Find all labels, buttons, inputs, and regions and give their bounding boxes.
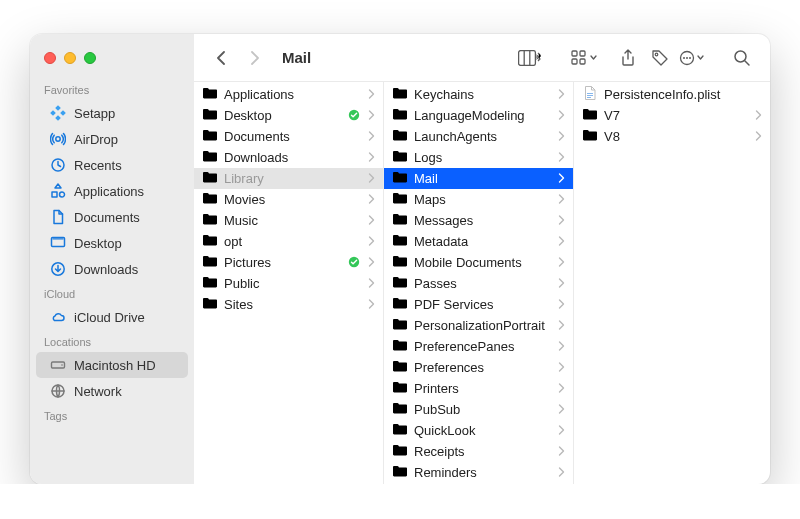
action-menu-button[interactable] [678, 44, 706, 72]
minimize-window-button[interactable] [64, 52, 76, 64]
tags-button[interactable] [646, 44, 674, 72]
folder-row[interactable]: Reminders [384, 462, 573, 483]
folder-row[interactable]: Maps [384, 189, 573, 210]
view-columns-button[interactable] [516, 44, 544, 72]
chevron-right-icon [558, 130, 565, 144]
folder-icon [202, 212, 218, 229]
sidebar-item-macintosh-hd[interactable]: Macintosh HD [36, 352, 188, 378]
folder-row[interactable]: Downloads [194, 147, 383, 168]
folder-row[interactable]: Keychains [384, 84, 573, 105]
svg-line-25 [745, 61, 749, 65]
folder-icon [392, 296, 408, 313]
svg-point-23 [689, 57, 691, 59]
folder-row[interactable]: QuickLook [384, 420, 573, 441]
folder-row[interactable]: Messages [384, 210, 573, 231]
forward-button[interactable] [240, 44, 268, 72]
sidebar-item-airdrop[interactable]: AirDrop [36, 126, 188, 152]
folder-row[interactable]: Metadata [384, 231, 573, 252]
folder-row[interactable]: Pictures [194, 252, 383, 273]
folder-row[interactable]: Sites [194, 294, 383, 315]
folder-row[interactable]: opt [194, 231, 383, 252]
chevron-right-icon [558, 466, 565, 480]
folder-row[interactable]: Desktop [194, 105, 383, 126]
item-label: Pictures [224, 255, 342, 270]
hdd-icon [50, 357, 66, 373]
sidebar-item-setapp[interactable]: Setapp [36, 100, 188, 126]
folder-row[interactable]: Music [194, 210, 383, 231]
folder-row[interactable]: PDF Services [384, 294, 573, 315]
column-0[interactable]: ApplicationsDesktopDocumentsDownloadsLib… [194, 82, 384, 484]
folder-row[interactable]: Printers [384, 378, 573, 399]
item-label: Movies [224, 192, 362, 207]
folder-row[interactable]: PreferencePanes [384, 336, 573, 357]
chevron-right-icon [368, 256, 375, 270]
sidebar-group-label: Favorites [30, 78, 194, 100]
chevron-right-icon [755, 109, 762, 123]
chevron-right-icon [558, 361, 565, 375]
item-label: Downloads [224, 150, 362, 165]
sidebar-item-label: Recents [74, 158, 122, 173]
clock-icon [50, 157, 66, 173]
folder-row[interactable]: Logs [384, 147, 573, 168]
window-controls [30, 42, 194, 78]
folder-row[interactable]: Applications [194, 84, 383, 105]
folder-icon [392, 401, 408, 418]
item-label: opt [224, 234, 362, 249]
folder-row[interactable]: Preferences [384, 357, 573, 378]
close-window-button[interactable] [44, 52, 56, 64]
chevron-right-icon [558, 235, 565, 249]
group-by-button[interactable] [570, 44, 598, 72]
chevron-right-icon [558, 109, 565, 123]
item-label: PDF Services [414, 297, 552, 312]
sidebar-item-documents[interactable]: Documents [36, 204, 188, 230]
folder-icon [392, 170, 408, 187]
sync-badge-icon [348, 109, 360, 123]
folder-row[interactable]: LanguageModeling [384, 105, 573, 126]
column-2[interactable]: PersistenceInfo.plistV7V8 [574, 82, 770, 484]
item-label: Desktop [224, 108, 342, 123]
search-button[interactable] [728, 44, 756, 72]
item-label: PreferencePanes [414, 339, 552, 354]
folder-row[interactable]: Mobile Documents [384, 252, 573, 273]
folder-icon [202, 86, 218, 103]
folder-icon [202, 275, 218, 292]
folder-row[interactable]: PersonalizationPortrait [384, 315, 573, 336]
sidebar-item-label: Macintosh HD [74, 358, 156, 373]
sidebar-item-network[interactable]: Network [36, 378, 188, 404]
folder-row[interactable]: Passes [384, 273, 573, 294]
sidebar-item-desktop[interactable]: Desktop [36, 230, 188, 256]
back-button[interactable] [208, 44, 236, 72]
folder-row[interactable]: Mail [384, 168, 573, 189]
sidebar-item-applications[interactable]: Applications [36, 178, 188, 204]
folder-icon [392, 380, 408, 397]
sidebar-item-label: Desktop [74, 236, 122, 251]
folder-icon [582, 128, 598, 145]
folder-icon [202, 170, 218, 187]
file-icon [582, 85, 598, 104]
column-1[interactable]: KeychainsLanguageModelingLaunchAgentsLog… [384, 82, 574, 484]
file-row[interactable]: PersistenceInfo.plist [574, 84, 770, 105]
folder-icon [392, 86, 408, 103]
chevron-right-icon [558, 88, 565, 102]
sidebar-item-label: Applications [74, 184, 144, 199]
maximize-window-button[interactable] [84, 52, 96, 64]
folder-row[interactable]: V7 [574, 105, 770, 126]
folder-row[interactable]: Receipts [384, 441, 573, 462]
sidebar-item-recents[interactable]: Recents [36, 152, 188, 178]
folder-row[interactable]: Movies [194, 189, 383, 210]
folder-row[interactable]: Public [194, 273, 383, 294]
chevron-right-icon [558, 382, 565, 396]
item-label: Metadata [414, 234, 552, 249]
share-button[interactable] [614, 44, 642, 72]
folder-row[interactable]: Documents [194, 126, 383, 147]
item-label: PubSub [414, 402, 552, 417]
svg-point-22 [686, 57, 688, 59]
chevron-right-icon [558, 340, 565, 354]
chevron-right-icon [558, 298, 565, 312]
sidebar-item-downloads[interactable]: Downloads [36, 256, 188, 282]
folder-row[interactable]: Library [194, 168, 383, 189]
folder-row[interactable]: V8 [574, 126, 770, 147]
folder-row[interactable]: PubSub [384, 399, 573, 420]
sidebar-item-icloud-drive[interactable]: iCloud Drive [36, 304, 188, 330]
folder-row[interactable]: LaunchAgents [384, 126, 573, 147]
